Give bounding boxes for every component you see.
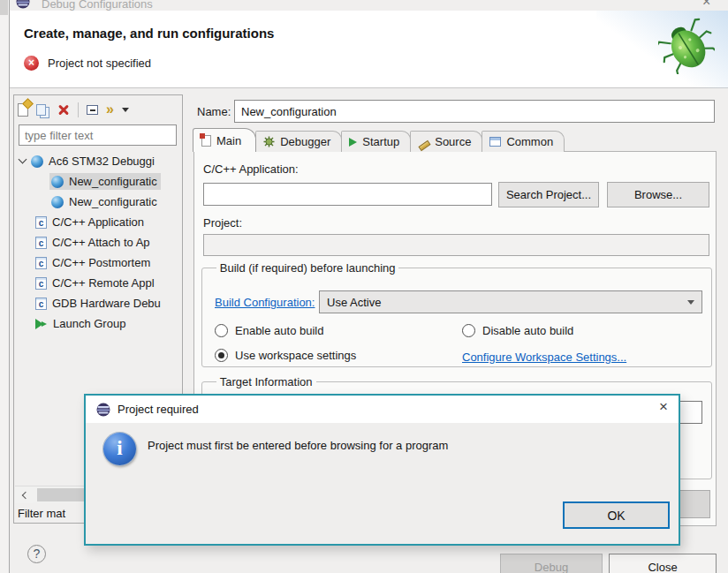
c-application-icon [35, 298, 47, 310]
tab-source[interactable]: Source [410, 131, 482, 152]
c-application-icon [35, 237, 47, 249]
build-group-legend: Build (if required) before launching [216, 261, 399, 275]
tree-item-label: GDB Hardware Debu [52, 297, 161, 310]
modal-close-icon[interactable]: × [659, 398, 668, 416]
tab-label: Debugger [280, 135, 330, 148]
config-type-icon [31, 155, 43, 168]
cpp-application-input[interactable] [203, 183, 492, 206]
main-tab-icon [201, 135, 211, 147]
use-workspace-settings-option[interactable]: Use workspace settings [215, 349, 356, 362]
tree-item[interactable]: GDB Hardware Debu [15, 293, 181, 313]
browse-button[interactable]: Browse... [607, 182, 709, 207]
ok-button[interactable]: OK [563, 501, 670, 529]
tab-label: Source [435, 135, 471, 148]
modal-titlebar: Project required × [86, 396, 679, 423]
eclipse-window-icon [96, 403, 110, 417]
tab-startup[interactable]: Startup [341, 131, 411, 152]
configure-workspace-settings-link[interactable]: Configure Workspace Settings... [462, 351, 626, 364]
source-tab-icon [418, 136, 429, 147]
build-configuration-link[interactable]: Build Configuration: [215, 296, 315, 309]
launch-group-icon [35, 319, 48, 329]
debugger-tab-icon [263, 136, 275, 147]
build-configuration-select[interactable]: Use Active [319, 290, 702, 313]
page-title: Create, manage, and run configurations [24, 26, 274, 41]
tree-item[interactable]: C/C++ Application [15, 212, 181, 232]
tab-label: Startup [362, 135, 399, 148]
common-tab-icon [489, 137, 501, 147]
tree-item[interactable]: New_configuratic [15, 192, 181, 212]
target-information-legend: Target Information [216, 375, 316, 388]
filter-input[interactable] [19, 124, 177, 146]
project-input[interactable] [203, 234, 709, 256]
dialog-header: Create, manage, and run configurations P… [10, 11, 728, 88]
help-icon[interactable] [27, 545, 46, 563]
tab-label: Common [506, 135, 553, 148]
window-title: Debug Configurations [42, 0, 153, 11]
tab-bar: Main Debugger Startup Source Common [193, 128, 565, 152]
filter-icon[interactable]: » [106, 103, 114, 116]
screen: Debug Configurations × Creat [0, 0, 728, 573]
window-close-icon[interactable]: × [702, 0, 710, 10]
tree-item-label: C/C++ Application [52, 215, 144, 229]
radio-label: Use workspace settings [235, 349, 356, 362]
combo-caret-icon [687, 300, 694, 305]
tab-debugger[interactable]: Debugger [255, 131, 342, 152]
modal-message: Project must first be entered before bro… [148, 439, 448, 452]
tree-item-label: C/C++ Postmortem [52, 256, 150, 269]
build-configuration-value: Use Active [327, 296, 381, 309]
config-icon [51, 196, 64, 208]
config-icon [51, 176, 64, 188]
radio-label: Enable auto build [235, 324, 323, 337]
configurations-tree: Ac6 STM32 Debuggi New_configuratic New_c… [15, 151, 181, 334]
debug-button[interactable]: Debug [500, 554, 603, 573]
c-application-icon [35, 277, 47, 290]
new-configuration-icon[interactable] [18, 103, 28, 117]
sidebar-toolbar: » [18, 99, 129, 120]
tab-main[interactable]: Main [193, 128, 256, 152]
toolbar-menu-caret-icon[interactable] [122, 108, 129, 112]
error-row: Project not specified [24, 56, 151, 71]
error-icon [24, 56, 39, 71]
scroll-left-arrow-icon [21, 491, 28, 498]
tree-item-label: C/C++ Attach to Ap [52, 236, 150, 249]
scroll-left-button[interactable] [15, 486, 33, 503]
tree-item[interactable]: C/C++ Postmortem [15, 253, 181, 273]
disable-auto-build-radio[interactable] [462, 324, 475, 337]
background-fragment [0, 0, 8, 15]
tab-label: Main [216, 134, 241, 147]
tab-common[interactable]: Common [482, 131, 565, 152]
c-application-icon [35, 257, 47, 269]
delete-icon[interactable] [57, 103, 70, 116]
tree-item-label: New_configuratic [69, 175, 157, 188]
tree-item-label: Launch Group [53, 317, 125, 330]
enable-auto-build-option[interactable]: Enable auto build [215, 324, 323, 337]
modal-title: Project required [118, 403, 199, 416]
debug-bug-icon [658, 14, 715, 74]
eclipse-window-icon [16, 0, 30, 9]
info-icon [103, 433, 136, 465]
tree-item[interactable]: Launch Group [15, 313, 181, 334]
toolbar-separator [78, 102, 79, 117]
search-project-button[interactable]: Search Project... [498, 182, 599, 207]
close-button[interactable]: Close [609, 554, 717, 573]
cpp-application-label: C/C++ Application: [203, 162, 299, 176]
collapse-all-icon[interactable] [87, 105, 98, 115]
tree-item[interactable]: C/C++ Remote Appl [15, 273, 181, 293]
duplicate-icon[interactable] [36, 104, 46, 116]
name-input[interactable] [234, 100, 715, 123]
tree-item[interactable]: C/C++ Attach to Ap [15, 232, 181, 253]
enable-auto-build-radio[interactable] [215, 324, 228, 337]
c-application-icon [35, 216, 47, 229]
use-workspace-settings-radio[interactable] [215, 349, 228, 362]
startup-tab-icon [349, 138, 357, 147]
build-group: Build (if required) before launching Bui… [201, 261, 712, 367]
disable-auto-build-option[interactable]: Disable auto build [462, 324, 573, 337]
error-message: Project not specified [48, 57, 151, 70]
chevron-expanded-icon[interactable] [19, 155, 27, 164]
tree-item-label: New_configuratic [69, 195, 157, 208]
radio-label: Disable auto build [482, 324, 573, 337]
tree-item-group[interactable]: Ac6 STM32 Debuggi [15, 151, 181, 171]
name-label: Name: [197, 105, 231, 118]
tree-item-selected[interactable]: New_configuratic [15, 171, 181, 192]
project-label: Project: [203, 216, 242, 230]
